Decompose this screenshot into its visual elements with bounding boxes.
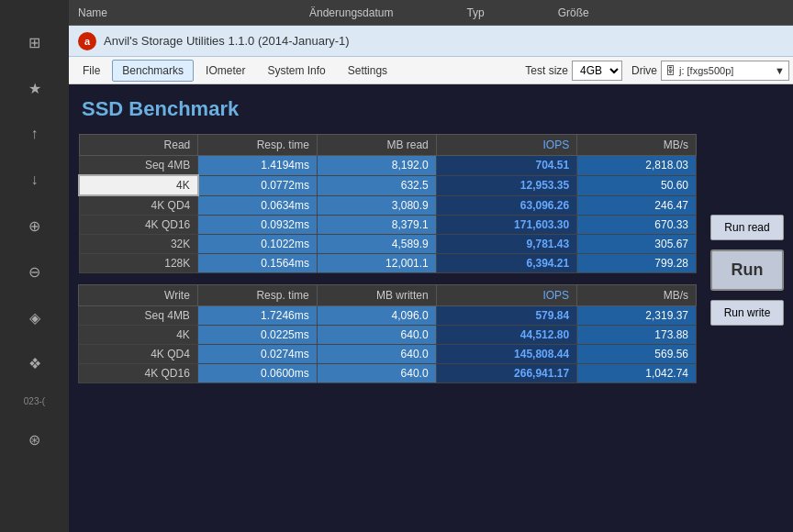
- sidebar-icon-5[interactable]: ⊕: [20, 211, 50, 240]
- sidebar-label: 023-(: [22, 394, 47, 408]
- app-title: Anvil's Storage Utilities 1.1.0 (2014-Ja…: [104, 34, 350, 48]
- read-col-iops: IOPS: [436, 135, 576, 156]
- read-row-iops: 6,394.21: [436, 254, 576, 273]
- run-read-button[interactable]: Run read: [710, 215, 784, 240]
- run-write-button[interactable]: Run write: [710, 300, 784, 326]
- read-table-row: 32K 0.1022ms 4,589.9 9,781.43 305.67: [79, 235, 697, 254]
- menu-bar: File Benchmarks IOmeter System Info Sett…: [69, 57, 793, 84]
- write-col-label: Write: [79, 285, 198, 306]
- read-row-iops: 9,781.43: [436, 235, 576, 254]
- write-row-mbs: 569.56: [577, 345, 697, 364]
- test-size-label: Test size: [525, 64, 568, 77]
- sidebar-icon-4[interactable]: ↓: [20, 165, 50, 194]
- drive-value: j: [fxgs500p]: [679, 65, 733, 76]
- read-row-mb: 8,192.0: [318, 156, 437, 176]
- read-col-resp: Resp. time: [198, 135, 318, 156]
- write-table-row: Seq 4MB 1.7246ms 4,096.0 579.84 2,319.37: [79, 306, 697, 326]
- read-row-label: 4K QD4: [79, 195, 198, 216]
- write-table-row: 4K QD4 0.0274ms 640.0 145,808.44 569.56: [79, 345, 697, 364]
- side-buttons: Run read Run Run write: [710, 132, 784, 326]
- write-row-label: 4K QD16: [79, 364, 198, 383]
- write-row-resp: 0.0600ms: [197, 364, 317, 383]
- write-row-iops: 266,941.17: [436, 364, 576, 383]
- read-row-mb: 12,001.1: [318, 254, 437, 273]
- read-row-label: Seq 4MB: [79, 156, 198, 176]
- title-bar: a Anvil's Storage Utilities 1.1.0 (2014-…: [69, 26, 793, 57]
- run-button[interactable]: Run: [710, 249, 784, 291]
- read-col-label: Read: [79, 135, 198, 156]
- read-row-mbs: 2,818.03: [577, 156, 697, 176]
- read-row-mb: 4,589.9: [318, 235, 437, 254]
- write-table: Write Resp. time MB written IOPS MB/s Se…: [78, 284, 697, 383]
- read-row-resp: 0.0634ms: [198, 195, 318, 216]
- file-header: Name Änderungsdatum Typ Größe: [69, 0, 793, 26]
- write-row-mb: 4,096.0: [317, 306, 436, 326]
- test-size-select[interactable]: 4GB 1GB 2GB: [572, 61, 622, 81]
- read-row-iops: 704.51: [436, 156, 576, 176]
- read-row-label: 4K QD16: [79, 216, 198, 235]
- app-icon: a: [78, 32, 96, 50]
- sidebar-icon-7[interactable]: ◈: [20, 303, 50, 332]
- read-table-row: 128K 0.1564ms 12,001.1 6,394.21 799.28: [79, 254, 697, 273]
- app-window: a Anvil's Storage Utilities 1.1.0 (2014-…: [69, 26, 793, 532]
- write-row-mb: 640.0: [317, 364, 436, 383]
- read-row-iops: 12,953.35: [436, 175, 576, 195]
- sidebar-icon-3[interactable]: ↑: [20, 119, 50, 149]
- read-table-row: 4K 0.0772ms 632.5 12,953.35 50.60: [79, 175, 697, 195]
- menu-settings[interactable]: Settings: [338, 60, 397, 82]
- read-row-resp: 0.0932ms: [198, 216, 318, 235]
- read-row-mbs: 670.33: [577, 216, 697, 235]
- read-row-mb: 632.5: [318, 175, 437, 195]
- write-table-row: 4K 0.0225ms 640.0 44,512.80 173.88: [79, 326, 697, 345]
- read-row-label: 32K: [79, 235, 198, 254]
- tables-wrapper: Read Resp. time MB read IOPS MB/s Seq 4M…: [78, 134, 784, 523]
- read-row-mbs: 305.67: [577, 235, 697, 254]
- write-row-iops: 579.84: [436, 306, 576, 326]
- read-row-label: 128K: [79, 254, 198, 273]
- section-title: SSD Benchmark: [78, 94, 784, 127]
- read-row-mbs: 799.28: [577, 254, 697, 273]
- drive-label: Drive: [631, 64, 657, 77]
- write-row-resp: 0.0274ms: [197, 345, 317, 364]
- menu-iometer[interactable]: IOmeter: [195, 60, 255, 82]
- content-area: SSD Benchmark Read Resp. time MB read IO…: [69, 84, 793, 532]
- sidebar-icon-9[interactable]: ⊛: [20, 425, 50, 454]
- menu-system-info[interactable]: System Info: [257, 60, 335, 82]
- read-col-mb: MB read: [318, 135, 437, 156]
- sidebar-icon-2[interactable]: ★: [20, 73, 50, 103]
- col-size: Größe: [558, 6, 589, 19]
- read-row-resp: 1.4194ms: [198, 156, 318, 176]
- read-row-mb: 8,379.1: [318, 216, 437, 235]
- read-row-mbs: 50.60: [577, 175, 697, 195]
- write-row-iops: 145,808.44: [436, 345, 576, 364]
- write-row-label: 4K QD4: [79, 345, 198, 364]
- drive-display[interactable]: 🗄 j: [fxgs500p] ▼: [661, 61, 789, 81]
- read-table: Read Resp. time MB read IOPS MB/s Seq 4M…: [78, 134, 697, 273]
- write-col-mb: MB written: [317, 285, 436, 306]
- menu-benchmarks[interactable]: Benchmarks: [112, 60, 194, 82]
- read-row-mb: 3,080.9: [318, 195, 437, 216]
- col-type: Typ: [466, 6, 484, 19]
- menu-file[interactable]: File: [73, 60, 110, 82]
- read-row-label: 4K: [79, 175, 198, 195]
- read-table-row: 4K QD4 0.0634ms 3,080.9 63,096.26 246.47: [79, 195, 697, 216]
- write-col-mbs: MB/s: [577, 285, 697, 306]
- write-row-label: 4K: [79, 326, 198, 345]
- read-row-resp: 0.1022ms: [198, 235, 318, 254]
- read-row-iops: 171,603.30: [436, 216, 576, 235]
- write-row-mb: 640.0: [317, 326, 436, 345]
- sidebar-icon-6[interactable]: ⊖: [20, 257, 50, 286]
- write-row-resp: 1.7246ms: [197, 306, 317, 326]
- write-table-row: 4K QD16 0.0600ms 640.0 266,941.17 1,042.…: [79, 364, 697, 383]
- sidebar-icon-8[interactable]: ❖: [20, 349, 50, 378]
- write-row-resp: 0.0225ms: [197, 326, 317, 345]
- write-row-mb: 640.0: [317, 345, 436, 364]
- read-row-resp: 0.1564ms: [198, 254, 318, 273]
- write-row-label: Seq 4MB: [79, 306, 198, 326]
- sidebar: ⊞ ★ ↑ ↓ ⊕ ⊖ ◈ ❖ 023-( ⊛: [0, 0, 69, 532]
- col-date: Änderungsdatum: [309, 6, 393, 19]
- write-col-resp: Resp. time: [197, 285, 317, 306]
- sidebar-icon-1[interactable]: ⊞: [20, 28, 50, 57]
- read-table-row: Seq 4MB 1.4194ms 8,192.0 704.51 2,818.03: [79, 156, 697, 176]
- read-row-mbs: 246.47: [577, 195, 697, 216]
